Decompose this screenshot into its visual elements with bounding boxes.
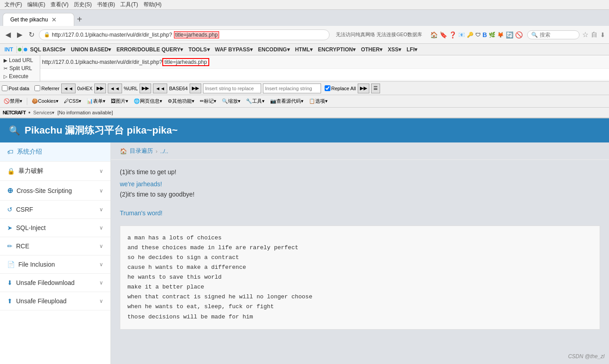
base64-left-button[interactable]: ◄◄ (153, 84, 167, 93)
new-tab-button[interactable]: + (77, 14, 82, 25)
sidebar-item-bruteforce[interactable]: 🔒 暴力破解 ∨ (0, 162, 110, 181)
waf-bypass-menu[interactable]: WAF BYPASS▾ (212, 46, 255, 54)
csrf-chevron: ∨ (99, 206, 103, 213)
split-url-button[interactable]: ✂ Split URL (0, 64, 40, 72)
tab-close-button[interactable]: ✕ (51, 16, 57, 23)
hex-label: 0xHEX (77, 86, 93, 91)
execute-button[interactable]: ▷ Execute (0, 72, 40, 80)
ext-icon-6[interactable]: 🌿 (489, 32, 495, 38)
sidebar: 🏷 系统介绍 🔒 暴力破解 ∨ ⊕ Cross-Site Scripting ∨… (0, 142, 111, 364)
load-url-button[interactable]: ▶ Load URL (0, 56, 40, 64)
sidebar-item-sqlinject[interactable]: ➤ SQL-Inject ∨ (0, 219, 110, 237)
ext-source[interactable]: 📷查看源代码▾ (268, 97, 305, 105)
referrer-check[interactable] (34, 85, 40, 91)
ext-cookies[interactable]: 🍪Cookies▾ (30, 97, 60, 105)
sidebar-label-rce: RCE (16, 243, 99, 250)
fileupload-icon: ⬆ (7, 297, 13, 305)
search-box[interactable]: 🔍 (527, 30, 579, 39)
netcraft-services[interactable]: Services▾ (33, 110, 55, 116)
sidebar-item-rce[interactable]: ✏ RCE ∨ (0, 237, 110, 255)
sidebar-item-filedownload[interactable]: ⬇ Unsafe Filedownload ∨ (0, 274, 110, 292)
content-link-1[interactable]: we're jarheads! (120, 180, 600, 188)
page-header-title: Pikachu 漏洞练习平台 pika~pika~ (25, 124, 178, 137)
download-icon[interactable]: ⬇ (600, 31, 605, 38)
ext-icon-1[interactable]: ❓ (449, 31, 457, 38)
encoding-menu[interactable]: ENCODING▾ (255, 46, 292, 54)
reload-page-btn[interactable]: 🔄 (506, 31, 513, 38)
base64-right-button[interactable]: ▶▶ (190, 84, 201, 93)
star-icon[interactable]: ☆ (582, 30, 588, 39)
ext-page-info[interactable]: 🌐网页信息▾ (132, 97, 164, 105)
sidebar-item-fileupload[interactable]: ⬆ Unsafe Fileupload ∨ (0, 292, 110, 310)
xss-menu[interactable]: XSS▾ (385, 46, 404, 54)
url-left-button[interactable]: ◄◄ (108, 84, 122, 93)
block-icon[interactable]: 🚫 (515, 31, 523, 38)
menu-edit[interactable]: 编辑(E) (25, 0, 48, 9)
replace-all-checkbox[interactable]: Replace All (325, 85, 356, 91)
sql-basics-menu[interactable]: SQL BASICS▾ (27, 46, 68, 54)
ext-images[interactable]: 🖼图片▾ (109, 97, 130, 105)
insert-replacing-input[interactable] (263, 84, 321, 93)
menu-tools[interactable]: 工具(T) (118, 0, 140, 9)
ext-icon-3[interactable]: 🔑 (467, 32, 474, 38)
hex-right-button[interactable]: ▶▶ (94, 84, 106, 93)
html-menu[interactable]: HTML▾ (292, 46, 315, 54)
sidebar-label-sqlinject: SQL-Inject (16, 224, 99, 231)
breadcrumb-label[interactable]: 目录遍历 (130, 147, 153, 155)
post-data-check[interactable] (2, 85, 8, 91)
hex-left-button[interactable]: ◄◄ (61, 84, 76, 93)
browser-tab[interactable]: Get the pikachu ✕ (3, 13, 74, 26)
error-double-menu[interactable]: ERROR/DOUBLE QUERY▾ (114, 46, 186, 54)
replace-menu-button[interactable]: ☰ (371, 84, 380, 93)
ext-icon-2[interactable]: 📧 (458, 32, 465, 38)
sidebar-item-intro[interactable]: 🏷 系统介绍 (0, 142, 110, 162)
auto-icon[interactable]: 自 (591, 31, 597, 39)
other-menu[interactable]: OTHER▾ (358, 46, 385, 54)
post-data-input[interactable] (42, 70, 607, 78)
ext-other[interactable]: ⚙其他功能▾ (166, 97, 196, 105)
ext-options[interactable]: 📋选项▾ (307, 97, 330, 105)
url-param-box[interactable]: title=jarheads.php (162, 58, 209, 66)
ext-tools[interactable]: 🔧工具▾ (244, 97, 266, 105)
breadcrumb-home-icon[interactable]: 🏠 (120, 148, 127, 155)
content-link-2[interactable]: Truman's word! (120, 209, 600, 217)
replace-arrow-button[interactable]: ▶▶ (358, 84, 369, 93)
menu-file[interactable]: 文件(F) (2, 0, 25, 9)
lfi-menu[interactable]: LFI▾ (404, 46, 420, 54)
load-url-icon: ▶ (4, 58, 7, 63)
search-input[interactable] (540, 32, 575, 38)
url-right-button[interactable]: ▶▶ (140, 84, 151, 93)
reload-button[interactable]: ↻ (27, 29, 36, 40)
bruteforce-chevron: ∨ (99, 168, 103, 174)
encryption-menu[interactable]: ENCRYPTION▾ (315, 46, 358, 54)
sidebar-item-fileinclusion[interactable]: 📄 File Inclusion ∨ (0, 255, 110, 274)
ext-disable[interactable]: 🚫禁用▾ (2, 97, 24, 105)
forward-button[interactable]: ▶ (15, 29, 24, 40)
bookmark-icon[interactable]: 🔖 (440, 31, 447, 38)
referrer-checkbox[interactable]: Referrer (34, 85, 59, 91)
home-nav-icon[interactable]: 🏠 (430, 31, 438, 38)
insert-string-input[interactable] (203, 84, 261, 93)
sidebar-item-csrf[interactable]: ↺ CSRF ∨ (0, 201, 110, 219)
union-based-menu[interactable]: UNION BASED▾ (68, 46, 114, 54)
ext-tables[interactable]: 📊表单▾ (85, 97, 107, 105)
ext-css[interactable]: 🖊CSS▾ (62, 97, 84, 105)
breadcrumb-path[interactable]: ../.. (160, 148, 168, 155)
ext-marks[interactable]: ✏标记▾ (198, 97, 218, 105)
netcraft-dot: • (28, 109, 30, 116)
menu-help[interactable]: 帮助(H) (141, 0, 165, 9)
post-data-checkbox[interactable]: Post data (2, 85, 29, 91)
ext-icon-7[interactable]: 🦊 (497, 32, 504, 38)
ext-zoom[interactable]: 🔍缩放▾ (220, 97, 242, 105)
ext-icon-5[interactable]: B (482, 31, 487, 38)
int-label: INT (2, 46, 16, 54)
menu-bookmark[interactable]: 书签(B) (94, 0, 118, 9)
menu-history[interactable]: 历史(S) (71, 0, 94, 9)
ext-icon-4[interactable]: 🛡 (475, 32, 481, 38)
back-button[interactable]: ◀ (4, 29, 13, 40)
replace-all-check[interactable] (325, 85, 330, 91)
sidebar-item-xss[interactable]: ⊕ Cross-Site Scripting ∨ (0, 181, 110, 201)
menu-view[interactable]: 查看(V) (48, 0, 71, 9)
address-bar[interactable]: 🔒 http://127.0.0.1/pikachu-master/vul/di… (39, 29, 330, 40)
tools-menu[interactable]: TOOLS▾ (186, 46, 212, 54)
